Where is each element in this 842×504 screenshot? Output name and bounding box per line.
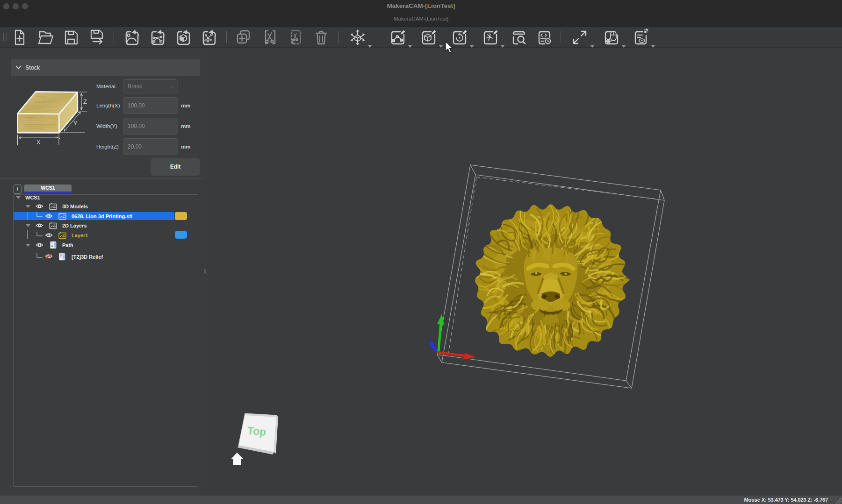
svg-text:Top: Top: [247, 424, 267, 438]
